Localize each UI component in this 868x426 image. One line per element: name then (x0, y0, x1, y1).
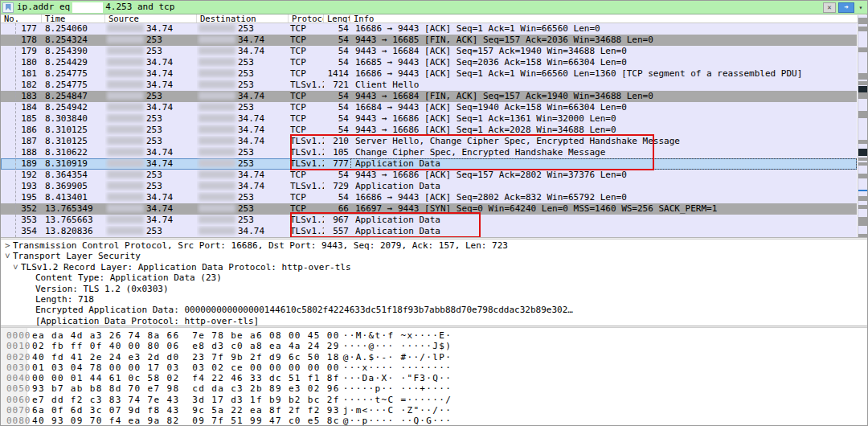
column-header-time[interactable]: Time (42, 14, 105, 23)
hex-bytes: 01 03 04 78 00 00 17 03 03 02 ce 00 00 0… (32, 363, 340, 373)
hex-row[interactable]: 003001 03 04 78 00 00 17 03 03 02 ce 00 … (1, 363, 867, 373)
packet-row[interactable]: 1798.25439025334.74TCP549443 → 16684 [AC… (1, 46, 857, 57)
packet-source: 34.74 (105, 80, 197, 91)
packet-list-minimap-scrollbar[interactable] (858, 15, 867, 239)
source-suffix: 34.74 (146, 158, 173, 169)
packet-info: Application Data (350, 158, 857, 170)
detail-line[interactable]: ˅Transport Layer Security (1, 251, 867, 261)
packet-protocol: TLSv1.2 (289, 226, 324, 237)
pane-splitter-top[interactable] (1, 237, 867, 240)
packet-info: 9443 → 16684 [FIN, ACK] Seq=157 Ack=1940… (350, 91, 857, 102)
column-header-info[interactable]: Info (350, 14, 867, 23)
hex-row[interactable]: 0060e7 dd f2 c3 83 74 7e 43 3d 17 d3 1f … (1, 395, 867, 405)
packet-row[interactable]: 1928.36435425334.74TCP549443 → 16686 [AC… (1, 170, 857, 181)
detail-line[interactable]: ˅TLSv1.2 Record Layer: Application Data … (1, 262, 867, 272)
hex-row[interactable]: 005093 b7 ab b8 8d 70 e7 98 cd da c3 2b … (1, 383, 867, 394)
hex-row[interactable]: 008040 93 09 70 f4 ea 9a 82 09 7f 51 99 … (1, 416, 867, 426)
packet-destination: 34.74 (197, 91, 289, 102)
packet-protocol: TCP (289, 125, 324, 136)
packet-row[interactable]: 1808.25442934.74253TCP5416685 → 9443 [AC… (1, 57, 857, 68)
filter-input[interactable]: ip.addr eq4.253 and tcp (17, 2, 174, 13)
detail-line[interactable]: >Transmission Control Protocol, Src Port… (1, 240, 867, 251)
packet-no: 354 (1, 226, 42, 237)
detail-line[interactable]: Length: 718 (1, 294, 867, 305)
hex-row[interactable]: 00706a 0f 6d 3c 07 9d f8 43 9c 5a 22 ea … (1, 405, 867, 416)
packet-row[interactable]: 1878.31012525334.74TLSv1.2210Server Hell… (1, 136, 857, 147)
expander-arrow-icon[interactable]: ˅ (13, 262, 21, 272)
expander-arrow-icon[interactable]: ˅ (5, 251, 13, 261)
column-header-protocol[interactable]: Protocol (289, 14, 324, 23)
packet-row[interactable]: 1888.31062234.74253TLSv1.2105Change Ciph… (1, 147, 857, 158)
packet-length: 105 (324, 147, 350, 158)
destination-suffix: 34.74 (238, 35, 264, 45)
hex-bytes: 02 fb ff 0f 40 00 80 06 e8 d3 c0 a8 ea 4… (32, 341, 340, 351)
packet-length: 54 (324, 192, 350, 203)
scrollbar-segment (858, 81, 867, 85)
redacted-filter-ip (72, 2, 103, 13)
packet-info: 9443 → 16686 [ACK] Seq=157 Ack=2802 Win=… (350, 170, 857, 181)
packet-info: 16697 → 9443 [SYN] Seq=0 Win=64240 Len=0… (350, 203, 857, 215)
packet-row[interactable]: 35213.76534934.74253TCP6616697 → 9443 [S… (1, 203, 857, 215)
column-header-destination[interactable]: Destination (197, 14, 289, 23)
packet-length: 54 (324, 91, 350, 102)
packet-row[interactable]: 1838.25484725334.74TCP549443 → 16684 [FI… (1, 91, 857, 102)
packet-protocol: TCP (289, 35, 324, 46)
apply-filter-button[interactable]: ➜ (838, 2, 854, 13)
expander-arrow-icon[interactable]: > (5, 240, 13, 251)
packet-length: 729 (324, 181, 350, 192)
packet-protocol: TLSv1.2 (289, 181, 324, 192)
detail-line[interactable]: Content Type: Application Data (23) (1, 272, 867, 283)
hex-offset: 0040 (1, 373, 27, 383)
packet-row[interactable]: 1818.25477534.74253TCP141416686 → 9443 [… (1, 68, 857, 80)
hex-offset: 0030 (1, 363, 27, 373)
column-header-no[interactable]: No. (1, 14, 42, 23)
packet-row[interactable]: 1788.25432425334.74TCP549443 → 16685 [FI… (1, 35, 857, 46)
packet-row[interactable]: 1828.25477534.74253TLSv1.2721Client Hell… (1, 80, 857, 91)
packet-row[interactable]: 35313.76566334.74253TLSv1.2967Applicatio… (1, 215, 857, 226)
filter-dropdown-button[interactable]: ▾ (857, 4, 865, 11)
packet-row[interactable]: 1868.31012525334.74TCP549443 → 16686 [AC… (1, 125, 857, 136)
source-suffix: 253 (146, 136, 162, 146)
redacted-ip (107, 103, 144, 111)
redacted-ip (199, 170, 235, 178)
packet-row[interactable]: 35413.82083625334.74TLSv1.2557Applicatio… (1, 226, 857, 237)
hex-row[interactable]: 004000 00 01 44 61 0c 58 02 f4 22 46 33 … (1, 373, 867, 383)
packet-row[interactable]: 1958.41340134.74253TCP5416686 → 9443 [AC… (1, 192, 857, 203)
column-header-length[interactable]: Length (324, 14, 350, 23)
destination-suffix: 253 (238, 192, 254, 203)
packet-row[interactable]: 1778.25406034.74253TCP5416686 → 9443 [AC… (1, 23, 857, 35)
redacted-ip (199, 80, 235, 88)
hex-ascii: ····@··· ·····J$) (343, 341, 452, 351)
wireshark-window: ip.addr eq4.253 and tcp ✕ ➜ ▾ No. Time S… (0, 0, 868, 426)
packet-destination: 253 (197, 215, 289, 226)
redacted-ip (199, 35, 235, 43)
packet-row[interactable]: 1938.36990525334.74TLSv1.2729Application… (1, 181, 857, 192)
detail-line[interactable]: Version: TLS 1.2 (0x0303) (1, 284, 867, 294)
packet-info: 16686 → 9443 [ACK] Seq=2802 Ack=832 Win=… (350, 192, 857, 203)
packet-no: 352 (1, 203, 42, 215)
packet-info: 16686 → 9443 [ACK] Seq=1 Ack=1 Win=66560… (350, 23, 857, 35)
hex-row[interactable]: 001002 fb ff 0f 40 00 80 06 e8 d3 c0 a8 … (1, 341, 867, 351)
packet-info: Application Data (350, 181, 857, 192)
detail-line[interactable]: Encrypted Application Data: 000000000000… (1, 305, 867, 315)
packet-no: 178 (1, 35, 42, 46)
detail-line[interactable]: [Application Data Protocol: http-over-tl… (1, 316, 867, 326)
packet-length: 54 (324, 35, 350, 46)
redacted-ip (107, 193, 144, 201)
packet-row[interactable]: 1898.31091934.74253TLSv1.2777Application… (1, 158, 857, 170)
scrollbar-segment (858, 73, 867, 80)
packet-row[interactable]: 1848.25494234.74253TCP5416684 → 9443 [AC… (1, 102, 857, 113)
destination-suffix: 253 (238, 147, 254, 158)
packet-details-pane: >Transmission Control Protocol, Src Port… (1, 240, 867, 326)
hex-row[interactable]: 002040 fd 41 2e 24 e3 2d d0 23 7f 9b 2f … (1, 352, 867, 363)
packet-source: 34.74 (105, 215, 197, 226)
packet-row[interactable]: 1858.30384025334.74TCP549443 → 16686 [AC… (1, 113, 857, 125)
packet-time: 8.364354 (42, 170, 105, 181)
column-header-source[interactable]: Source (105, 14, 197, 23)
hex-row[interactable]: 0000ea da 4d a3 26 74 8a 66 7e 78 be a6 … (1, 330, 867, 341)
detail-text: Encrypted Application Data: 000000000000… (35, 305, 573, 315)
packet-protocol: TCP (289, 23, 324, 35)
packet-time: 13.765663 (42, 215, 105, 226)
filter-bookmark-button[interactable] (2, 2, 14, 13)
clear-filter-button[interactable]: ✕ (823, 2, 836, 13)
